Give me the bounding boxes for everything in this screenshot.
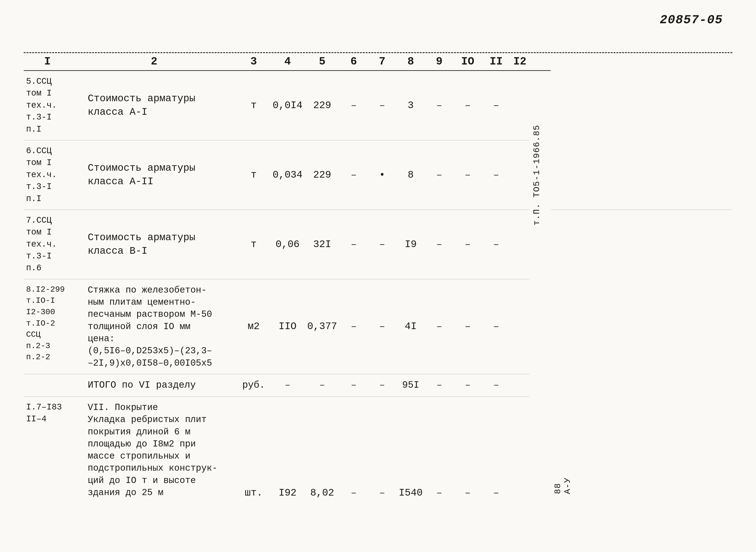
row2-unit: т <box>237 140 270 210</box>
row2-col12 <box>510 140 530 210</box>
total-spacer <box>71 374 85 396</box>
total-col10: – <box>454 374 482 396</box>
col-header-4: 4 <box>270 53 305 71</box>
total-desc: ИТОГО по VI разделу <box>85 374 237 396</box>
table-row: 6.ССЦтом Iтех.ч.т.3-Iп.I Стоимость армат… <box>24 140 732 210</box>
col-header-10: IO <box>454 53 482 71</box>
row3-side: А-У88 <box>551 210 732 504</box>
row2-desc: Стоимость арматурыкласса А-II <box>85 140 237 210</box>
row4-col7: – <box>368 279 396 374</box>
row5-col9: – <box>425 396 454 504</box>
row1-col11: – <box>482 71 510 140</box>
row1-ref-tom: том I <box>26 89 52 98</box>
total-col6: – <box>339 374 368 396</box>
total-col11: – <box>482 374 510 396</box>
row2-col10: – <box>454 140 482 210</box>
row4-spacer <box>71 279 85 374</box>
page: 20857-05 I 2 3 4 5 6 7 8 9 IO II <box>0 0 756 552</box>
col-header-7: 7 <box>368 53 396 71</box>
row1-ref-t: т.3-I <box>26 112 52 122</box>
row1-ref: 5.ССЦтом Iтех.ч.т.3-Iп.I <box>24 71 71 140</box>
row1-col10: – <box>454 71 482 140</box>
document-number: 20857-05 <box>660 13 723 27</box>
row1-ref-tex: тех.ч. <box>26 101 57 110</box>
col-header-3: 3 <box>237 53 270 71</box>
row4-ref: 8.I2-299т.IO-II2-300т.IO-2ССЦп.2-3п.2-2 <box>24 279 71 374</box>
row3-col12 <box>510 210 530 279</box>
column-headers: I 2 3 4 5 6 7 8 9 IO II I2 <box>24 53 732 71</box>
row4-col9: – <box>425 279 454 374</box>
row5-col5: 8,02 <box>305 396 339 504</box>
row2-col7: • <box>368 140 396 210</box>
row1-col8: 3 <box>396 71 425 140</box>
main-table: I 2 3 4 5 6 7 8 9 IO II I2 <box>24 53 732 504</box>
row1-col4: 0,0I4 <box>270 71 305 140</box>
col-header-5: 5 <box>305 53 339 71</box>
total-unit: руб. <box>237 374 270 396</box>
row5-col6: – <box>339 396 368 504</box>
row5-col7: – <box>368 396 396 504</box>
col-header-9: 9 <box>425 53 454 71</box>
row4-col5: 0,377 <box>305 279 339 374</box>
row1-spacer <box>71 71 85 140</box>
row3-col9: – <box>425 210 454 279</box>
total-col8: 95I <box>396 374 425 396</box>
row1-col7: – <box>368 71 396 140</box>
row3-col11: – <box>482 210 510 279</box>
row4-col8: 4I <box>396 279 425 374</box>
total-col4: – <box>270 374 305 396</box>
row2-col11: – <box>482 140 510 210</box>
row1-unit: т <box>237 71 270 140</box>
row3-col8: I9 <box>396 210 425 279</box>
row2-col5: 229 <box>305 140 339 210</box>
row3-spacer <box>71 210 85 279</box>
row2-col6: – <box>339 140 368 210</box>
row1-col5: 229 <box>305 71 339 140</box>
row4-unit: м2 <box>237 279 270 374</box>
col-header-8: 8 <box>396 53 425 71</box>
row5-unit: шт. <box>237 396 270 504</box>
col-header-1: I <box>24 53 71 71</box>
row2-col8: 8 <box>396 140 425 210</box>
total-col5: – <box>305 374 339 396</box>
row3-col5: 32I <box>305 210 339 279</box>
row4-col4: IIО <box>270 279 305 374</box>
row1-desc: Стоимость арматурыкласса А-I <box>85 71 237 140</box>
row1-ref-p: п.I <box>26 125 41 134</box>
row1-col9: – <box>425 71 454 140</box>
table-row: 7.ССЦтом Iтех.ч.т.3-Iп.6 Стоимость армат… <box>24 210 732 279</box>
row3-col10: – <box>454 210 482 279</box>
col-header-dash2 <box>223 53 237 71</box>
col-header-side <box>530 53 551 71</box>
total-col7: – <box>368 374 396 396</box>
row4-col6: – <box>339 279 368 374</box>
main-table-container: I 2 3 4 5 6 7 8 9 IO II I2 <box>24 52 732 504</box>
col-header-dash <box>71 53 85 71</box>
row3-col7: – <box>368 210 396 279</box>
table-row: 5.ССЦтом Iтех.ч.т.3-Iп.I Стоимость армат… <box>24 71 732 140</box>
side-label-2: А-У88 <box>553 477 573 494</box>
row5-col4: I92 <box>270 396 305 504</box>
row4-col10: – <box>454 279 482 374</box>
row2-col4: 0,034 <box>270 140 305 210</box>
col-header-6: 6 <box>339 53 368 71</box>
row1-col6: – <box>339 71 368 140</box>
row5-spacer <box>71 396 85 504</box>
row3-ref: 7.ССЦтом Iтех.ч.т.3-Iп.6 <box>24 210 71 279</box>
row5-desc: VII. ПокрытиеУкладка ребристых плитпокры… <box>85 396 237 504</box>
row3-col6: – <box>339 210 368 279</box>
col-header-12: I2 <box>510 53 530 71</box>
row2-col9: – <box>425 140 454 210</box>
total-col12 <box>510 374 530 396</box>
col-header-2: 2 <box>85 53 223 71</box>
row1-side: т.П. ТО5-1-1966.85 <box>530 71 551 279</box>
col-header-11: II <box>482 53 510 71</box>
row5-col10: – <box>454 396 482 504</box>
row5-col11: – <box>482 396 510 504</box>
side-label-1: т.П. ТО5-1-1966.85 <box>532 125 542 226</box>
row2-spacer <box>71 140 85 210</box>
row4-desc: Стяжка по железобетон-ным плитам цементн… <box>85 279 237 374</box>
row5-col12 <box>510 396 530 504</box>
row4-col12 <box>510 279 530 374</box>
row1-col12 <box>510 71 530 140</box>
